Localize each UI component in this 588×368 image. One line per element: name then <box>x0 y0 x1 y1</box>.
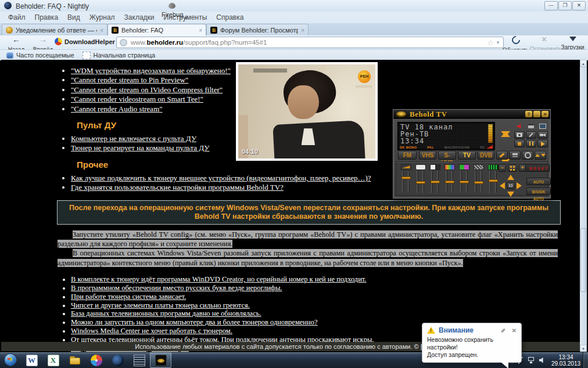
beholdtv-help-icon[interactable]: ? <box>525 111 532 117</box>
start-button[interactable] <box>4 353 17 366</box>
volume-slider[interactable] <box>399 163 413 194</box>
hue-slider[interactable] <box>457 163 471 194</box>
vertical-scrollbar[interactable]: ▲ ▼ <box>580 60 587 352</box>
mode-button[interactable]: DVB <box>478 151 494 160</box>
network-icon[interactable] <box>528 357 535 363</box>
bookmark-star-icon[interactable]: ☆ <box>487 38 494 47</box>
browser-tab[interactable]: Beholder: FAQ × <box>107 24 206 36</box>
brightness-slider[interactable] <box>413 163 428 194</box>
faq-link[interactable]: "Cannot render videostream on Smart Tee!… <box>71 95 203 103</box>
close-icon[interactable]: ✕ <box>572 1 586 10</box>
contrast-slider[interactable] <box>428 163 442 194</box>
zoom-out-button[interactable] <box>499 164 506 172</box>
stop-button[interactable] <box>514 140 525 147</box>
snapshot-icon[interactable] <box>526 122 536 130</box>
disc-button[interactable] <box>522 151 533 160</box>
notification-close-icon[interactable]: ✕ <box>512 327 517 334</box>
channel-down-button[interactable] <box>501 131 510 146</box>
slider-handle[interactable] <box>416 181 425 184</box>
browser-tab[interactable]: Форум Beholder: Просмотр темы - ... × <box>206 24 309 36</box>
faq-link[interactable]: При работе тюнера система зависает. <box>71 293 186 301</box>
bgdk-auto-button[interactable]: B/G/DK AUTO <box>526 187 551 195</box>
edit-button[interactable] <box>526 131 536 139</box>
tab-close-icon[interactable]: × <box>199 27 202 34</box>
taskbar-excel-button[interactable] <box>42 352 64 368</box>
show-desktop-button[interactable] <box>583 352 588 368</box>
faq-link[interactable]: Где хранятся пользовательские настройки … <box>71 183 284 192</box>
play-button[interactable] <box>537 140 548 147</box>
mode-button[interactable]: TV <box>458 151 476 160</box>
saturation-slider[interactable] <box>442 163 457 194</box>
taskbar-browser-button[interactable] <box>107 352 128 368</box>
faq-link[interactable]: Тюнер не реагирует на команды пульта ДУ <box>71 143 210 152</box>
mode-button[interactable]: VHS <box>419 151 436 160</box>
slider-handle[interactable] <box>474 181 483 184</box>
taskbar-clock[interactable]: 13:34 29.03.2013 <box>550 354 582 367</box>
beholdtv-close-icon[interactable]: × <box>542 111 548 117</box>
menu-item[interactable]: Вид <box>63 12 85 23</box>
photo-capture-button[interactable] <box>514 131 525 139</box>
dpad-right-button[interactable] <box>517 182 522 189</box>
taskbar-photos-button[interactable] <box>85 352 107 368</box>
taskbar-notepad-button[interactable] <box>128 352 150 368</box>
taskbar-word-button[interactable] <box>21 352 42 368</box>
menu-item[interactable]: Закладки <box>120 12 159 23</box>
faq-link[interactable]: Как лучше подключить к тюнеру внешнее ус… <box>71 174 371 182</box>
faq-link[interactable]: В программном обеспечении вместо русских… <box>71 284 282 292</box>
minimize-icon[interactable]: — <box>544 1 558 10</box>
updown-button[interactable] <box>535 151 546 160</box>
menu-item[interactable]: Журнал <box>85 12 120 23</box>
tab-close-icon[interactable]: × <box>100 27 103 34</box>
beholdtv-title-bar[interactable]: Behold TV ? _ × <box>393 110 550 119</box>
mode-button[interactable]: S-VHS <box>438 151 456 160</box>
firebug-button[interactable]: Firebug <box>162 3 182 19</box>
menu-item[interactable]: Справка <box>211 12 248 23</box>
faq-link[interactable]: "Cannot render stream on IVideo Compress… <box>71 85 223 94</box>
downloadhelper-button[interactable]: DownloadHelper <box>55 38 115 45</box>
mute-icon[interactable] <box>514 122 525 130</box>
menu-item[interactable]: Файл <box>3 12 30 23</box>
scrollbar-thumb[interactable] <box>580 228 586 292</box>
bookmark-item[interactable]: Часто посещаемые <box>2 52 78 59</box>
display-icon[interactable] <box>537 122 548 130</box>
slider-handle[interactable] <box>401 176 411 179</box>
dpad-center-button[interactable] <box>507 182 515 189</box>
faq-link[interactable]: "Cannot render Audio stream" <box>71 104 163 113</box>
faq-link[interactable]: База данных телевизионных программ давно… <box>71 309 261 318</box>
slider-handle[interactable] <box>431 181 440 183</box>
auto-button[interactable]: AUTO <box>526 178 551 185</box>
mode-button[interactable]: FM <box>398 151 417 160</box>
sharpness-slider[interactable] <box>471 163 486 194</box>
record-button[interactable] <box>537 131 548 139</box>
taskbar-beholdtv-button[interactable] <box>150 352 171 368</box>
menu-item[interactable]: Правка <box>30 12 63 23</box>
pause-button[interactable] <box>526 140 536 147</box>
bookmark-item[interactable]: Начальная страница <box>78 52 159 59</box>
url-bar[interactable]: www.beholder.ru/support/faq.php?num=45#1… <box>116 37 504 48</box>
tab-close-icon[interactable]: × <box>301 27 304 34</box>
slider-handle[interactable] <box>489 179 498 182</box>
slider-handle[interactable] <box>445 181 454 183</box>
reset-button[interactable]: RESET <box>525 164 550 172</box>
grid-view-button[interactable] <box>508 164 517 172</box>
faq-link[interactable]: Можно ли запустить на одном компьютере д… <box>71 318 318 326</box>
faq-link[interactable]: "WDM устройство видеозахвата не обнаруже… <box>71 66 231 75</box>
restore-icon[interactable]: ❐ <box>558 1 572 10</box>
speaker-icon[interactable] <box>539 358 546 363</box>
faq-link[interactable]: Компьютер не включается с пульта ДУ <box>71 134 196 143</box>
beholdtv-minimize-icon[interactable]: _ <box>533 111 540 117</box>
faq-link[interactable]: "Cannot render stream to Pin Preview" <box>71 75 188 84</box>
dpad-left-button[interactable] <box>500 182 505 189</box>
panel-toggle-button[interactable] <box>509 151 521 160</box>
faq-link[interactable]: Чипсет и другие элементы платы тюнера си… <box>71 301 250 309</box>
faq-link[interactable]: Windows Media Center не хочет работать с… <box>71 327 232 335</box>
taskbar-explorer-button[interactable] <box>64 352 85 368</box>
dpad-up-button[interactable] <box>507 175 514 180</box>
faq-link[interactable]: В комплекте к тюнеру идёт программа WinD… <box>71 275 367 283</box>
notification-settings-icon[interactable] <box>501 328 505 333</box>
url-dropdown-icon[interactable]: ▼ <box>496 40 500 45</box>
settings-wrench-button[interactable] <box>496 151 508 160</box>
scroll-up-icon[interactable]: ▲ <box>580 60 587 67</box>
firebug-dropdown-icon[interactable]: ▾ <box>185 15 188 21</box>
browser-tab[interactable]: Уведомление об ответе — «При вы... × <box>2 24 107 36</box>
